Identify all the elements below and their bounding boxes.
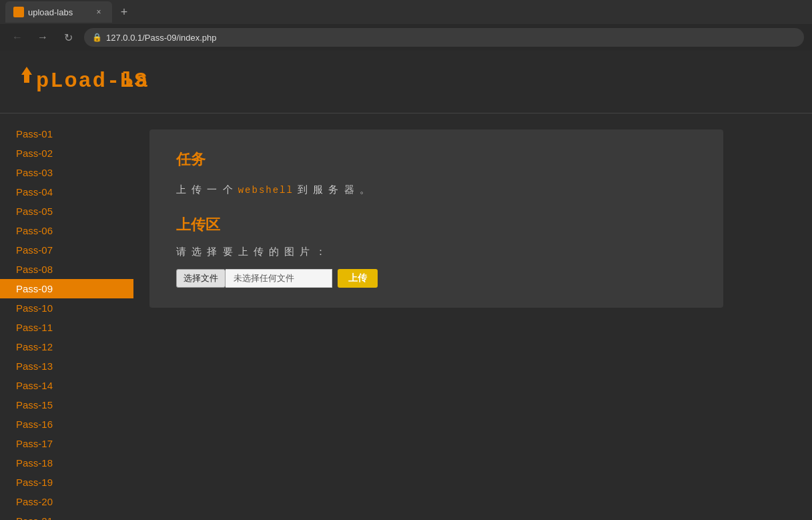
upload-submit-button[interactable]: 上传 <box>338 269 378 288</box>
forward-button[interactable]: → <box>33 28 52 47</box>
upload-label: 请 选 择 要 上 传 的 图 片 ： <box>176 246 697 258</box>
content-area: 任务 上 传 一 个 webshell 到 服 务 器 。 上传区 请 选 择 … <box>133 113 812 520</box>
back-button[interactable]: ← <box>8 28 27 47</box>
tab-bar: upload-labs × + <box>0 0 812 24</box>
upload-form: 选择文件 未选择任何文件 上传 <box>176 269 697 288</box>
sidebar-item-pass-19[interactable]: Pass-19 <box>0 473 133 492</box>
task-code: webshell <box>238 185 294 196</box>
file-input-wrapper: 选择文件 未选择任何文件 <box>176 269 332 288</box>
sidebar-item-pass-04[interactable]: Pass-04 <box>0 182 133 202</box>
task-section-title: 任务 <box>176 150 697 170</box>
sidebar-item-pass-13[interactable]: Pass-13 <box>0 356 133 376</box>
sidebar-item-pass-11[interactable]: Pass-11 <box>0 318 133 337</box>
tab-title: upload-labs <box>28 7 88 17</box>
sidebar-item-pass-10[interactable]: Pass-10 <box>0 298 133 318</box>
url-bar[interactable]: 🔒 127.0.0.1/Pass-09/index.php <box>84 28 804 47</box>
sidebar-item-pass-08[interactable]: Pass-08 <box>0 260 133 279</box>
logo-svg: pLoad-la ЬS <box>16 61 163 95</box>
sidebar-item-pass-06[interactable]: Pass-06 <box>0 221 133 240</box>
task-desc-prefix: 上 传 一 个 <box>176 184 238 195</box>
sidebar-item-pass-09[interactable]: Pass-09 <box>0 279 133 298</box>
site-header: pLoad-la ЬS <box>0 51 812 113</box>
tab-favicon <box>13 7 24 17</box>
sidebar-item-pass-07[interactable]: Pass-07 <box>0 240 133 260</box>
sidebar-item-pass-16[interactable]: Pass-16 <box>0 415 133 434</box>
task-description: 上 传 一 个 webshell 到 服 务 器 。 <box>176 180 697 199</box>
sidebar-item-pass-05[interactable]: Pass-05 <box>0 202 133 221</box>
page-wrapper: pLoad-la ЬS Pass-01 Pass-02 Pass-03 Pass… <box>0 51 812 520</box>
site-logo: pLoad-la ЬS <box>16 61 796 102</box>
sidebar-item-pass-02[interactable]: Pass-02 <box>0 144 133 163</box>
svg-text:ЬS: ЬS <box>120 69 148 93</box>
svg-marker-0 <box>21 67 32 83</box>
upload-section-title: 上传区 <box>176 215 697 235</box>
main-layout: Pass-01 Pass-02 Pass-03 Pass-04 Pass-05 … <box>0 113 812 520</box>
sidebar-item-pass-15[interactable]: Pass-15 <box>0 395 133 415</box>
sidebar-item-pass-12[interactable]: Pass-12 <box>0 337 133 356</box>
sidebar-item-pass-20[interactable]: Pass-20 <box>0 492 133 511</box>
choose-file-button[interactable]: 选择文件 <box>176 269 226 288</box>
browser-chrome: upload-labs × + ← → ↻ 🔒 127.0.0.1/Pass-0… <box>0 0 812 51</box>
file-name-display: 未选择任何文件 <box>226 269 332 288</box>
lock-icon: 🔒 <box>92 33 102 42</box>
content-panel: 任务 上 传 一 个 webshell 到 服 务 器 。 上传区 请 选 择 … <box>149 129 723 308</box>
address-bar: ← → ↻ 🔒 127.0.0.1/Pass-09/index.php <box>0 24 812 51</box>
url-text: 127.0.0.1/Pass-09/index.php <box>106 33 217 43</box>
sidebar-item-pass-17[interactable]: Pass-17 <box>0 434 133 453</box>
task-desc-suffix: 到 服 务 器 。 <box>294 184 371 195</box>
sidebar: Pass-01 Pass-02 Pass-03 Pass-04 Pass-05 … <box>0 113 133 520</box>
sidebar-item-pass-03[interactable]: Pass-03 <box>0 163 133 182</box>
sidebar-item-pass-01[interactable]: Pass-01 <box>0 124 133 144</box>
tab-close-button[interactable]: × <box>93 7 104 17</box>
sidebar-item-pass-14[interactable]: Pass-14 <box>0 376 133 395</box>
active-tab[interactable]: upload-labs × <box>5 1 112 23</box>
new-tab-button[interactable]: + <box>115 3 133 21</box>
refresh-button[interactable]: ↻ <box>59 28 77 47</box>
sidebar-item-pass-18[interactable]: Pass-18 <box>0 453 133 473</box>
sidebar-item-pass-21[interactable]: Pass-21 <box>0 511 133 520</box>
